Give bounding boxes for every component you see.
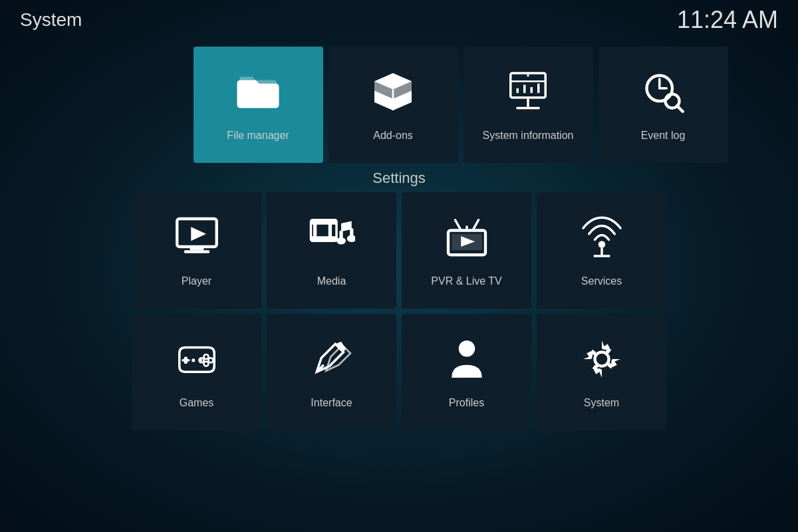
tile-file-manager[interactable]: File manager [194, 47, 323, 163]
tile-player[interactable]: Player [132, 192, 261, 309]
tile-add-ons[interactable]: Add-ons [329, 47, 458, 163]
svg-rect-23 [328, 219, 331, 241]
svg-rect-1 [511, 73, 546, 98]
tile-services-label: Services [581, 275, 622, 287]
services-icon [579, 214, 625, 267]
system-information-icon [505, 68, 551, 122]
tile-media[interactable]: Media [267, 192, 396, 309]
tile-games-label: Games [180, 397, 214, 409]
interface-icon [309, 336, 355, 389]
tile-interface[interactable]: Interface [267, 314, 396, 430]
svg-point-9 [527, 74, 529, 76]
event-log-icon [640, 68, 686, 122]
svg-point-39 [203, 354, 208, 359]
tile-media-label: Media [317, 275, 346, 287]
top-row: File manager Add-ons [194, 47, 728, 163]
svg-line-14 [677, 106, 683, 112]
pvr-live-tv-icon [444, 214, 490, 267]
tile-add-ons-label: Add-ons [373, 130, 413, 142]
tile-file-manager-label: File manager [227, 130, 289, 142]
svg-marker-16 [191, 227, 206, 241]
settings-row-1: Player Media [132, 192, 666, 309]
tile-games[interactable]: Games [132, 314, 261, 430]
svg-point-40 [208, 358, 213, 362]
tile-event-log[interactable]: Event log [598, 47, 728, 163]
svg-line-30 [472, 219, 478, 230]
svg-point-43 [192, 358, 195, 362]
settings-section-label: Settings [0, 170, 798, 187]
tile-system-information-label: System information [483, 130, 574, 142]
settings-row-2: Games Interface [132, 314, 666, 430]
svg-point-46 [458, 340, 475, 357]
tile-player-label: Player [182, 275, 211, 287]
add-ons-icon [370, 68, 416, 122]
tile-services[interactable]: Services [537, 192, 666, 309]
tile-system[interactable]: System [537, 314, 666, 430]
tile-pvr-live-tv[interactable]: PVR & Live TV [402, 192, 531, 309]
tile-system-label: System [584, 397, 619, 409]
svg-point-27 [346, 235, 354, 242]
svg-point-41 [203, 361, 208, 366]
svg-point-44 [198, 358, 201, 362]
system-icon [579, 336, 625, 389]
svg-rect-18 [184, 250, 209, 253]
tile-pvr-live-tv-label: PVR & Live TV [431, 275, 501, 287]
player-icon [174, 214, 220, 267]
tile-profiles-label: Profiles [449, 397, 484, 409]
svg-line-29 [455, 219, 461, 230]
tile-profiles[interactable]: Profiles [402, 314, 531, 430]
svg-rect-17 [190, 247, 203, 250]
svg-rect-22 [313, 219, 317, 241]
page-title: System [20, 9, 82, 31]
file-manager-icon [235, 68, 281, 122]
tile-event-log-label: Event log [641, 130, 686, 142]
clock: 11:24 AM [677, 6, 778, 34]
games-icon [174, 336, 220, 389]
svg-rect-38 [182, 359, 190, 362]
profiles-icon [444, 336, 490, 389]
tile-system-information[interactable]: System information [464, 47, 593, 163]
svg-point-25 [336, 237, 346, 245]
media-icon [309, 214, 355, 267]
tile-interface-label: Interface [311, 397, 352, 409]
svg-point-34 [598, 241, 605, 248]
